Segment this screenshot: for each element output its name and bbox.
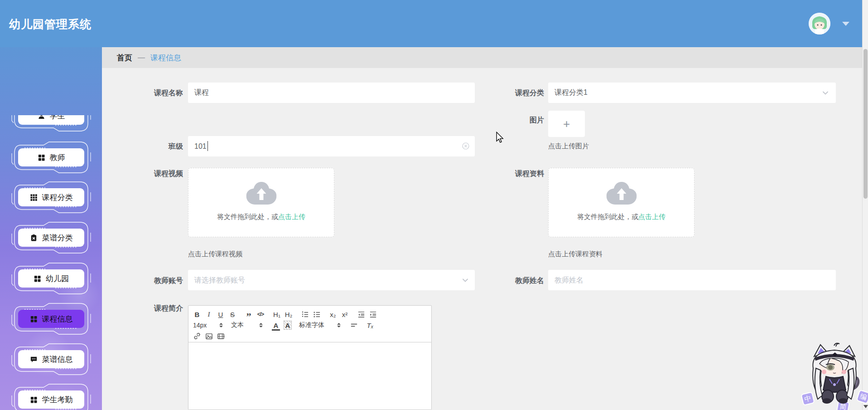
chevron-down-icon[interactable] [462,277,468,283]
code-block-button[interactable]: </> [256,310,265,319]
header2-button[interactable]: H₂ [285,310,293,319]
sidebar-item-recipe-category[interactable]: 菜谱分类 [8,221,94,254]
app-root: 幼儿园管理系统 学生 [0,0,868,410]
superscript-button[interactable]: x² [341,310,349,319]
grid-icon [38,154,45,161]
grid-icon [30,396,38,404]
mouse-cursor [496,132,504,145]
clear-input-icon[interactable] [462,142,469,150]
outdent-icon[interactable] [357,310,365,319]
teacher-account-select[interactable] [188,270,475,290]
bullet-list-icon[interactable] [313,310,321,319]
course-category-label: 课程分类 [490,88,544,98]
click-upload-link[interactable]: 点击上传 [278,213,305,220]
course-info-form: 课程名称 课程分类 图片 + 点击上传图片 班级 课程视频 将文件拖到此处，或点… [102,68,862,410]
course-video-label: 课程视频 [129,169,183,179]
sidebar-item-kindergarten[interactable]: 幼儿园 [8,262,94,295]
paragraph-picker[interactable]: 文本 [231,320,263,330]
indent-icon[interactable] [369,310,377,319]
sidebar-item-label: 学生 [50,115,65,121]
editor-toolbar: B I U S ” </> H₁ H₂ x₂ x² [188,306,431,342]
class-label: 班级 [129,142,183,151]
upload-cloud-icon [606,182,637,205]
picker-arrows-icon [259,323,263,327]
course-name-label: 课程名称 [129,88,183,98]
picker-arrows-icon [337,323,341,327]
grid-icon [30,315,38,323]
header-bar: 幼儿园管理系统 [0,0,862,47]
link-icon[interactable] [193,332,201,341]
sidebar-item-label: 菜谱信息 [42,354,73,365]
align-icon[interactable] [350,321,358,330]
sidebar-item-label: 学生考勤 [42,395,73,405]
sidebar-item-label: 课程信息 [42,314,73,324]
sidebar-nav: 学生 教师 课程分类 菜谱分类 [0,47,102,410]
breadcrumb-current[interactable]: 课程信息 [150,53,181,63]
subscript-button[interactable]: x₂ [329,310,337,319]
image-label: 图片 [490,116,544,125]
strikethrough-button[interactable]: S [228,310,236,319]
sidebar-item-label: 教师 [50,152,65,163]
course-material-tip: 点击上传课程资料 [548,250,603,259]
mascot-character[interactable] [804,341,865,410]
avatar-dropdown-caret-icon[interactable] [842,22,849,26]
breadcrumb: 首页 — 课程信息 [102,47,862,68]
plus-icon: + [563,118,570,130]
grid-icon [34,275,41,283]
avatar-image [809,13,830,34]
text-color-button[interactable]: A [272,321,280,330]
upload-cloud-icon [246,182,276,205]
rich-text-editor: B I U S ” </> H₁ H₂ x₂ x² [188,305,432,410]
background-color-button[interactable]: A [284,321,292,330]
underline-button[interactable]: U [217,310,225,319]
grid-dense-icon [30,194,38,201]
course-name-input[interactable] [188,83,475,103]
picker-arrows-icon [219,323,223,327]
sidebar-item-label: 课程分类 [42,192,73,203]
ordered-list-icon[interactable] [301,310,309,319]
course-category-select[interactable] [548,83,836,103]
sidebar-item-course-category[interactable]: 课程分类 [8,181,94,214]
sidebar-item-course-info[interactable]: 课程信息 [8,302,94,336]
teacher-name-input[interactable] [548,270,836,290]
course-intro-label: 课程简介 [129,304,183,313]
teacher-account-label: 教师账号 [129,276,183,286]
video-icon[interactable] [217,332,225,341]
breadcrumb-home[interactable]: 首页 [117,53,132,63]
image-upload-box[interactable]: + [548,111,585,137]
editor-content-area[interactable] [188,342,431,410]
scrollbar-thumb[interactable] [863,49,868,199]
sidebar-item-student-attendance[interactable]: 学生考勤 [8,383,94,410]
teacher-name-label: 教师姓名 [490,276,544,286]
message-icon [30,356,38,363]
sidebar-item-label: 菜谱分类 [42,233,73,243]
italic-button[interactable]: I [205,310,213,319]
header1-button[interactable]: H₁ [273,310,281,319]
clear-format-button[interactable]: Tₓ [366,321,374,330]
sidebar-item-label: 幼儿园 [46,273,69,284]
click-upload-link[interactable]: 点击上传 [638,213,665,220]
clipboard-x-icon [30,234,38,242]
class-input[interactable] [188,136,475,156]
course-material-label: 课程资料 [490,169,544,179]
bold-button[interactable]: B [193,310,201,319]
chevron-down-icon[interactable] [822,90,829,96]
app-title: 幼儿园管理系统 [9,17,92,32]
image-icon[interactable] [205,332,213,341]
user-icon [38,115,45,120]
sidebar-item-recipe-info[interactable]: 菜谱信息 [8,342,94,376]
course-video-dropzone[interactable]: 将文件拖到此处，或点击上传 [188,168,334,237]
breadcrumb-separator: — [138,54,145,62]
text-caret [207,141,208,151]
drag-text: 将文件拖到此处，或 [217,213,278,220]
blockquote-button[interactable]: ” [245,310,253,319]
user-avatar[interactable] [809,13,830,34]
image-upload-tip: 点击上传图片 [548,142,589,151]
font-size-picker[interactable]: 14px [193,320,223,330]
sidebar-item-students[interactable]: 学生 [8,115,94,139]
sidebar-item-teachers[interactable]: 教师 [8,141,94,174]
font-family-picker[interactable]: 标准字体 [299,320,341,330]
drag-text: 将文件拖到此处，或 [577,213,638,220]
course-video-tip: 点击上传课程视频 [188,250,242,259]
course-material-dropzone[interactable]: 将文件拖到此处，或点击上传 [548,168,694,237]
